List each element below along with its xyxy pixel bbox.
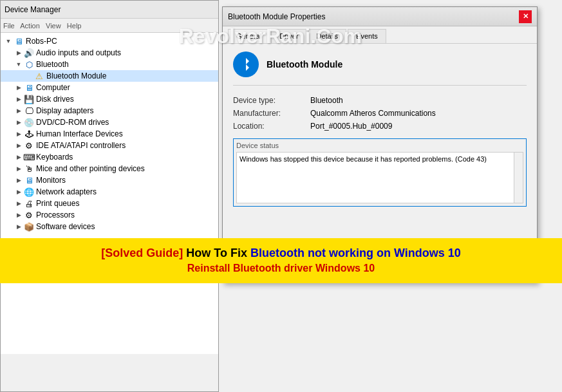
hid-icon: 🕹: [24, 129, 34, 139]
banner-solved: [Solved Guide]: [101, 247, 186, 259]
tree-hid[interactable]: ▶ 🕹 Human Interface Devices: [1, 128, 218, 140]
tree-print-label: Print queues: [36, 199, 79, 208]
ide-icon: ⚙: [24, 140, 34, 151]
tree-mice[interactable]: ▶ 🖱 Mice and other pointing devices: [1, 163, 218, 174]
device-manager-titlebar: Device Manager: [1, 1, 218, 19]
device-status-text: Windows has stopped this device because …: [239, 155, 487, 163]
tree-processors[interactable]: ▶ ⚙ Processors: [1, 209, 218, 221]
tree-disk-label: Disk drives: [36, 95, 74, 104]
expand-icon-audio: ▶: [14, 48, 24, 58]
tab-driver[interactable]: Driver: [271, 29, 306, 43]
manufacturer-label: Manufacturer:: [233, 109, 310, 118]
tree-network-label: Network adapters: [36, 187, 97, 196]
toolbar-menu: File Action View Help: [3, 22, 81, 30]
banner-bt-issue: Bluetooth not working on Windows 10: [250, 247, 461, 259]
dvd-icon: 💿: [24, 117, 34, 127]
expand-icon-mice: ▶: [14, 163, 24, 174]
tree-bluetooth[interactable]: ▼ ⬡ Bluetooth: [1, 59, 218, 70]
dialog-title: Bluetooth Module Properties: [228, 12, 325, 21]
expand-icon-computer: ▶: [14, 82, 24, 93]
tree-display-label: Display adapters: [36, 106, 93, 115]
tree-keyboards-label: Keyboards: [36, 153, 73, 162]
computer-root-icon: 🖥: [14, 36, 24, 46]
location-label: Location:: [233, 122, 310, 131]
dialog-titlebar: Bluetooth Module Properties ✕: [223, 7, 537, 26]
mouse-icon: 🖱: [24, 163, 34, 174]
audio-icon: 🔊: [24, 48, 34, 58]
expand-icon-hid: ▶: [14, 129, 24, 139]
banner-how-to-fix: How To Fix: [186, 247, 250, 259]
tree-monitors-label: Monitors: [36, 176, 66, 185]
expand-icon-bt: ▼: [14, 59, 24, 70]
dialog-tabs: General Driver Details Events: [223, 26, 537, 44]
expand-icon-bt-module: [24, 71, 34, 81]
device-manager-toolbar: File Action View Help: [1, 19, 218, 33]
tree-hid-label: Human Interface Devices: [36, 129, 123, 138]
tree-software[interactable]: ▶ 📦 Software devices: [1, 221, 218, 232]
status-scrollbar[interactable]: [514, 153, 523, 203]
device-type-value: Bluetooth: [310, 96, 343, 105]
expand-icon-processors: ▶: [14, 210, 24, 220]
tree-root-label: Robs-PC: [26, 37, 57, 46]
tree-monitors[interactable]: ▶ 🖥 Monitors: [1, 174, 218, 186]
dialog-close-button[interactable]: ✕: [519, 10, 532, 23]
tree-root[interactable]: ▼ 🖥 Robs-PC: [1, 35, 218, 47]
print-icon: 🖨: [24, 198, 34, 209]
tree-audio-label: Audio inputs and outputs: [36, 48, 121, 57]
tree-computer-label: Computer: [36, 83, 70, 92]
tree-network[interactable]: ▶ 🌐 Network adapters: [1, 186, 218, 198]
expand-icon-dvd: ▶: [14, 117, 24, 127]
tree-dvd[interactable]: ▶ 💿 DVD/CD-ROM drives: [1, 117, 218, 128]
expand-icon-monitors: ▶: [14, 175, 24, 185]
disk-icon: 💾: [24, 94, 34, 104]
tab-details[interactable]: Details: [308, 29, 346, 43]
tree-software-label: Software devices: [36, 222, 95, 231]
expand-icon-display: ▶: [14, 106, 24, 116]
network-icon: 🌐: [24, 187, 34, 197]
tree-bt-module[interactable]: ⚠ Bluetooth Module: [1, 70, 218, 82]
device-name-label: Bluetooth Module: [267, 59, 342, 70]
tab-events[interactable]: Events: [348, 29, 386, 43]
expand-icon: ▼: [3, 36, 14, 46]
processor-icon: ⚙: [24, 210, 34, 220]
device-status-section: Device status Windows has stopped this d…: [233, 138, 527, 207]
tree-audio[interactable]: ▶ 🔊 Audio inputs and outputs: [1, 47, 218, 59]
tree-dvd-label: DVD/CD-ROM drives: [36, 118, 109, 127]
tree-print[interactable]: ▶ 🖨 Print queues: [1, 198, 218, 209]
software-icon: 📦: [24, 221, 34, 232]
tree-keyboards[interactable]: ▶ ⌨ Keyboards: [1, 151, 218, 163]
tree-computer[interactable]: ▶ 🖥 Computer: [1, 82, 218, 93]
location-value: Port_#0005.Hub_#0009: [310, 122, 392, 131]
device-status-textarea[interactable]: Windows has stopped this device because …: [236, 152, 523, 203]
expand-icon-software: ▶: [14, 221, 24, 232]
property-grid: Device type: Bluetooth Manufacturer: Qua…: [233, 96, 527, 131]
property-location: Location: Port_#0005.Hub_#0009: [233, 122, 527, 131]
expand-icon-ide: ▶: [14, 140, 24, 151]
dialog-content: Bluetooth Module Device type: Bluetooth …: [223, 44, 537, 214]
tree-ide-label: IDE ATA/ATAPI controllers: [36, 141, 126, 150]
tree-mice-label: Mice and other pointing devices: [36, 164, 145, 173]
tree-bt-module-label: Bluetooth Module: [46, 71, 106, 80]
device-manager-title: Device Manager: [5, 5, 61, 14]
banner-line2: Reinstall Bluetooth driver Windows 10: [187, 261, 375, 275]
device-tree[interactable]: ▼ 🖥 Robs-PC ▶ 🔊 Audio inputs and outputs…: [1, 33, 218, 354]
monitor-icon: 🖥: [24, 175, 34, 185]
expand-icon-print: ▶: [14, 198, 24, 209]
tree-bluetooth-label: Bluetooth: [36, 60, 69, 69]
manufacturer-value: Qualcomm Atheros Communications: [310, 109, 436, 118]
display-icon: 🖵: [24, 106, 34, 116]
device-type-label: Device type:: [233, 96, 310, 105]
tree-disk[interactable]: ▶ 💾 Disk drives: [1, 93, 218, 105]
tab-general[interactable]: General: [228, 29, 270, 43]
device-manager-window: Device Manager File Action View Help ▼ 🖥…: [0, 0, 219, 392]
property-device-type: Device type: Bluetooth: [233, 96, 527, 105]
bluetooth-device-icon: [233, 51, 259, 77]
computer-icon: 🖥: [24, 82, 34, 93]
bt-module-warning-icon: ⚠: [34, 71, 44, 81]
tree-ide[interactable]: ▶ ⚙ IDE ATA/ATAPI controllers: [1, 140, 218, 151]
property-manufacturer: Manufacturer: Qualcomm Atheros Communica…: [233, 109, 527, 118]
bluetooth-icon: ⬡: [24, 59, 34, 70]
device-header: Bluetooth Module: [233, 51, 527, 86]
expand-icon-disk: ▶: [14, 94, 24, 104]
tree-display[interactable]: ▶ 🖵 Display adapters: [1, 105, 218, 117]
